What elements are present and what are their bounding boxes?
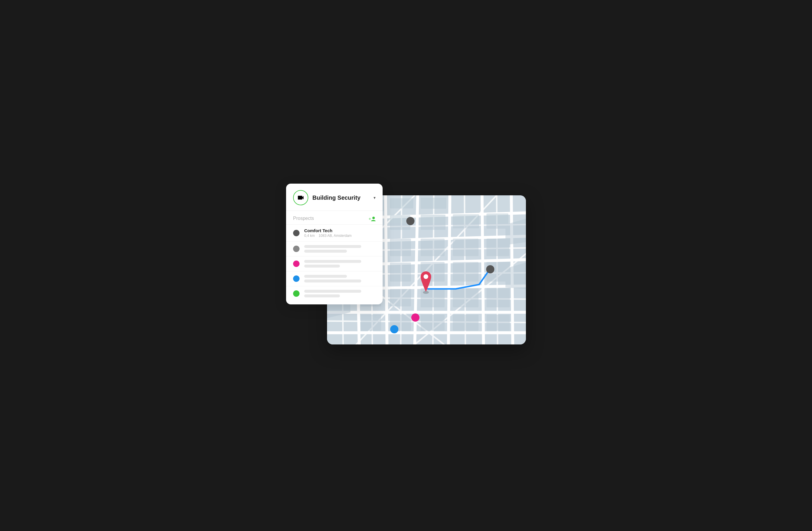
svg-rect-44	[453, 262, 479, 282]
placeholder-4	[304, 275, 376, 282]
svg-rect-39	[453, 239, 479, 256]
panel-title: Building Security	[313, 194, 369, 201]
add-prospect-button[interactable]: +	[368, 216, 376, 221]
placeholder-line	[304, 294, 340, 297]
section-header: Prospects +	[286, 211, 382, 224]
svg-point-62	[372, 217, 375, 219]
prospect-item-3[interactable]	[286, 256, 382, 271]
prospect-item-2[interactable]	[286, 241, 382, 256]
prospect-item-4[interactable]	[286, 271, 382, 286]
placeholder-line	[304, 250, 347, 253]
dropdown-arrow[interactable]: ▾	[374, 195, 376, 200]
placeholder-line	[304, 275, 347, 278]
prospect-dot-3	[293, 261, 300, 267]
prospect-info-1: Comfort Tech 0,4 km 1083 AB, Amsterdam	[304, 228, 376, 238]
svg-rect-38	[421, 239, 445, 256]
panel-card: Building Security ▾ Prospects + Comfort …	[286, 183, 382, 305]
map-dot-pink	[411, 313, 419, 322]
svg-rect-30	[421, 198, 446, 209]
prospect-item-comfort-tech[interactable]: Comfort Tech 0,4 km 1083 AB, Amsterdam	[286, 224, 382, 241]
svg-rect-33	[421, 215, 446, 230]
svg-rect-42	[390, 263, 411, 282]
svg-rect-35	[487, 213, 508, 228]
svg-rect-48	[421, 288, 445, 307]
svg-rect-47	[390, 289, 411, 307]
placeholder-line	[304, 260, 361, 263]
panel-header: Building Security ▾	[286, 183, 382, 211]
svg-rect-29	[390, 198, 413, 208]
prospects-label: Prospects	[293, 216, 314, 221]
scene: Building Security ▾ Prospects + Comfort …	[286, 183, 526, 348]
placeholder-3	[304, 260, 376, 268]
svg-text:+: +	[368, 216, 371, 221]
prospect-name-1: Comfort Tech	[304, 228, 376, 233]
prospect-dot-1	[293, 230, 300, 236]
camera-icon	[297, 194, 304, 202]
svg-rect-51	[361, 315, 381, 331]
map-dot-blue	[390, 325, 398, 333]
placeholder-line	[304, 290, 361, 293]
prospect-item-5[interactable]	[286, 286, 382, 301]
add-person-icon: +	[368, 216, 376, 221]
placeholder-2	[304, 245, 376, 253]
svg-rect-55	[487, 315, 510, 331]
svg-rect-49	[453, 288, 479, 307]
placeholder-5	[304, 290, 376, 297]
placeholder-line	[304, 265, 340, 268]
prospect-meta-1: 0,4 km 1083 AB, Amsterdam	[304, 234, 376, 238]
map-dot-gray-2	[486, 265, 494, 274]
camera-icon-circle	[293, 190, 308, 205]
map-dot-gray-1	[406, 217, 415, 225]
svg-rect-50	[487, 288, 510, 307]
prospect-list: Comfort Tech 0,4 km 1083 AB, Amsterdam	[286, 224, 382, 305]
placeholder-line	[304, 245, 361, 248]
prospect-dot-5	[293, 290, 300, 297]
placeholder-line	[304, 280, 361, 282]
prospect-dot-4	[293, 276, 300, 282]
svg-rect-53	[421, 315, 445, 331]
svg-point-60	[423, 274, 428, 279]
svg-rect-37	[390, 239, 411, 256]
svg-rect-54	[453, 315, 479, 331]
prospect-dot-2	[293, 246, 300, 252]
svg-rect-34	[453, 214, 479, 228]
